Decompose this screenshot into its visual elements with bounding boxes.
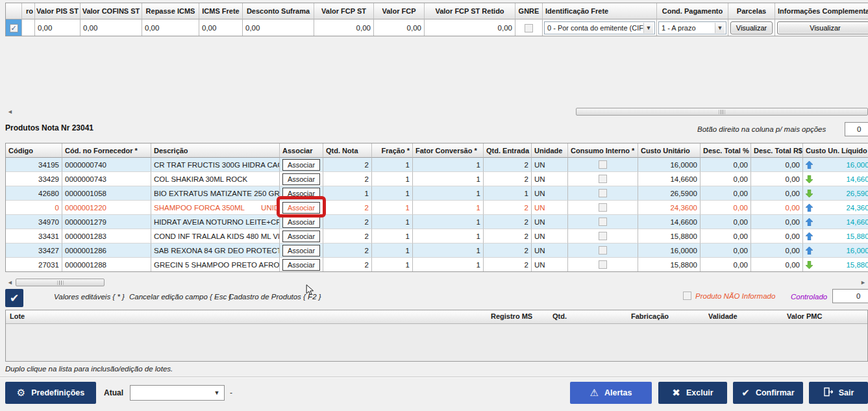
alertas-button[interactable]: ⚠ Alertas xyxy=(570,382,652,404)
chevron-down-icon[interactable]: ▼ xyxy=(643,23,653,33)
fator-conversao-cell: 1 xyxy=(413,201,484,215)
right-click-hint: Botão direito na coluna p/ mais opções xyxy=(697,125,826,133)
product-row[interactable]: 34195 0000000740 CR TRAT FRUCTIS 300G HI… xyxy=(6,158,868,172)
col-header-fabricacao[interactable]: Fabricação xyxy=(627,310,704,323)
totals-h-scrollbar[interactable]: ◄ xyxy=(5,107,868,116)
col-header-qtd-nota[interactable]: Qtd. Nota xyxy=(323,143,372,158)
consumo-interno-cell xyxy=(568,201,638,215)
col-header-custo-un-liquido[interactable]: Custo Un. Líquido xyxy=(803,143,868,158)
consumo-interno-checkbox[interactable] xyxy=(599,189,607,197)
col-header-lote[interactable]: Lote xyxy=(6,310,487,323)
product-row[interactable]: 33427 0000001286 SAB REXONA 84 GR DEO PR… xyxy=(6,243,868,258)
associar-button[interactable]: Associar xyxy=(282,245,320,256)
predefinicoes-label: Predefinições xyxy=(31,388,84,397)
consumo-interno-checkbox[interactable] xyxy=(599,160,607,169)
col-header-registro-ms[interactable]: Registro MS xyxy=(487,310,549,323)
products-h-scrollbar[interactable]: ◄ ► xyxy=(5,278,868,287)
cond-pagamento-select[interactable]: 1 - A prazo▼ xyxy=(658,21,726,34)
consumo-interno-checkbox[interactable] xyxy=(599,246,607,255)
valor-fcp-st-retido-value[interactable]: 0,00 xyxy=(425,19,515,36)
col-header-cod-fornecedor[interactable]: Cód. no Fornecedor * xyxy=(62,143,151,158)
col-header-custo-unitario[interactable]: Custo Unitário xyxy=(638,143,701,158)
valor-fcp-st-value[interactable]: 0,00 xyxy=(314,19,374,36)
col-header-desc-total-pct[interactable]: Desc. Total % xyxy=(701,143,751,158)
product-row[interactable]: 34970 0000001279 HIDRAT AVEIA NOTURNO LE… xyxy=(6,215,868,229)
sair-label: Sair xyxy=(839,388,854,397)
informacoes-visualizar-button[interactable]: Visualizar xyxy=(777,21,868,34)
associar-button[interactable]: Associar xyxy=(282,216,320,228)
associar-button[interactable]: Associar xyxy=(282,173,320,185)
lotes-table[interactable]: Lote Registro MS Qtd. Fabricação Validad… xyxy=(5,310,868,362)
scroll-left-icon[interactable]: ◄ xyxy=(5,108,15,116)
col-header-qtd[interactable]: Qtd. xyxy=(549,310,627,323)
produto-nao-informado-checkbox[interactable] xyxy=(683,292,691,300)
product-row[interactable]: 42680 0000001058 BIO EXTRATUS MATIZANTE … xyxy=(6,186,868,201)
scrollbar-thumb[interactable] xyxy=(576,108,868,116)
product-row[interactable]: 33431 0000001283 COND INF TRALALA KIDS 4… xyxy=(6,229,868,243)
codigo-cell: 27031 xyxy=(6,258,62,272)
row-selected-checkbox[interactable]: ✓ xyxy=(10,24,18,32)
atual-select[interactable]: ▼ xyxy=(130,385,225,401)
valor-pis-st-value[interactable]: 0,00 xyxy=(35,19,81,36)
col-header-ro: ro xyxy=(22,3,35,19)
col-header-valor-pmc[interactable]: Valor PMC xyxy=(783,310,867,323)
col-header-consumo-interno[interactable]: Consumo Interno * xyxy=(568,143,638,158)
col-header-codigo[interactable]: Código xyxy=(6,143,62,158)
descricao-cell: SHAMPOO FORCA 350ML UNID... xyxy=(151,201,280,215)
custo-liquido-value: 15,8800 xyxy=(815,232,868,240)
chevron-down-icon[interactable]: ▼ xyxy=(715,23,725,33)
col-header-validade[interactable]: Validade xyxy=(704,310,783,323)
descricao-cell: SAB REXONA 84 GR DEO PROTECTION... xyxy=(151,243,280,258)
col-header-fracao[interactable]: Fração * xyxy=(372,143,413,158)
valor-cofins-st-value[interactable]: 0,00 xyxy=(81,19,142,36)
col-header-descricao[interactable]: Descrição xyxy=(151,143,280,158)
col-header-desc-total-rs[interactable]: Desc. Total R$ xyxy=(751,143,803,158)
identificacao-frete-select[interactable]: 0 - Por conta do emitente (CIF)▼ xyxy=(544,21,655,34)
associar-button[interactable]: Associar xyxy=(282,259,320,271)
valor-fcp-value[interactable]: 0,00 xyxy=(374,19,425,36)
sair-button[interactable]: Sair xyxy=(809,382,868,404)
icms-frete-value[interactable]: 0,00 xyxy=(199,19,243,36)
excluir-button[interactable]: ✖ Excluir xyxy=(658,382,727,404)
consumo-interno-checkbox[interactable] xyxy=(599,232,607,240)
consumo-interno-checkbox[interactable] xyxy=(599,203,607,212)
qtd-entrada-cell: 2 xyxy=(484,201,532,215)
product-row[interactable]: 27031 0000001288 GRECIN 5 SHAMPOO PRETO … xyxy=(6,258,868,272)
scrollbar-thumb[interactable] xyxy=(16,279,105,286)
consumo-interno-checkbox[interactable] xyxy=(599,260,607,269)
associar-button[interactable]: Associar xyxy=(282,230,320,242)
col-header-fator-conversao[interactable]: Fator Conversão * xyxy=(413,143,484,158)
col-header-select xyxy=(6,3,22,19)
hint-count-field[interactable]: 0 xyxy=(845,122,868,136)
col-header-unidade[interactable]: Unidade xyxy=(532,143,568,158)
repasse-icms-value[interactable]: 0,00 xyxy=(142,19,199,36)
confirmar-button[interactable]: ✔ Confirmar xyxy=(733,382,803,404)
desconto-suframa-value[interactable]: 0,00 xyxy=(243,19,314,36)
col-header-qtd-entrada[interactable]: Qtd. Entrada xyxy=(484,143,532,158)
products-header-row: Código Cód. no Fornecedor * Descrição As… xyxy=(6,143,868,158)
product-row[interactable]: 0 0000001220 SHAMPOO FORCA 350ML UNID...… xyxy=(6,201,868,215)
scroll-left-icon[interactable]: ◄ xyxy=(5,279,15,286)
col-header-associar[interactable]: Associar xyxy=(280,143,323,158)
associar-button[interactable]: Associar xyxy=(282,202,320,214)
cond-pagamento-cell: 1 - A prazo▼ xyxy=(657,19,728,36)
fracao-cell: 1 xyxy=(372,243,413,258)
predefinicoes-button[interactable]: ⚙ Predefinições xyxy=(5,382,96,404)
desc-total-rs-cell: 0,00 xyxy=(751,158,803,172)
associar-button[interactable]: Associar xyxy=(282,159,320,171)
gnre-checkbox[interactable] xyxy=(525,24,533,32)
qtd-entrada-cell: 2 xyxy=(484,243,532,258)
consumo-interno-checkbox[interactable] xyxy=(599,175,607,183)
consumo-interno-checkbox[interactable] xyxy=(599,218,607,226)
parcelas-visualizar-button[interactable]: Visualizar xyxy=(730,21,773,34)
alertas-label: Alertas xyxy=(604,388,632,397)
product-row[interactable]: 33429 0000000743 COL SHAKIRA 30ML ROCK A… xyxy=(6,172,868,186)
controlado-field[interactable]: 0 xyxy=(832,289,868,303)
associar-button[interactable]: Associar xyxy=(282,188,320,199)
scrollbar-grip xyxy=(57,280,63,285)
scroll-right-icon[interactable]: ► xyxy=(858,279,868,286)
desc-total-rs-cell: 0,00 xyxy=(751,201,803,215)
fator-conversao-cell: 1 xyxy=(413,158,484,172)
unidade-cell: UN xyxy=(532,172,568,186)
chevron-down-icon[interactable]: ▼ xyxy=(212,388,222,398)
